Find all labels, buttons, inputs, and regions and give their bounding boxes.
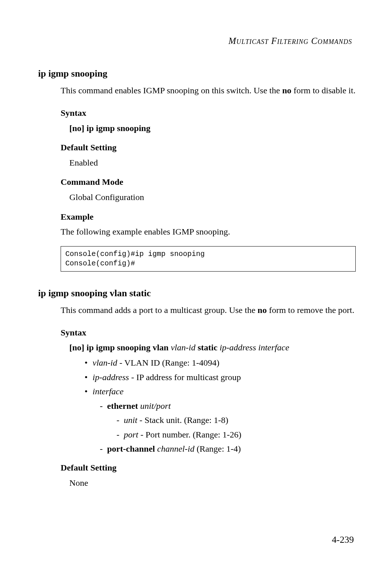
syntax-text: [no] ip igmp snooping [69, 122, 356, 135]
syntax-param: vlan-id [168, 343, 197, 352]
default-setting-label: Default Setting [61, 142, 356, 154]
page-number: 4-239 [332, 533, 354, 546]
param-name: interface [93, 387, 123, 396]
param-desc: - Stack unit. (Range: 1-8) [137, 415, 228, 425]
list-item: port - Port number. (Range: 1-26) [117, 429, 356, 441]
desc-text: This command adds a port to a multicast … [61, 305, 258, 315]
command-mode-label: Command Mode [61, 176, 356, 188]
sub-list: ethernet unit/port unit - Stack unit. (R… [100, 400, 356, 455]
param-name: unit/port [138, 401, 171, 411]
desc-text: form to disable it. [291, 86, 356, 95]
list-item: unit - Stack unit. (Range: 1-8) [117, 414, 356, 427]
example-code-block: Console(config)#ip igmp snooping Console… [61, 246, 356, 272]
syntax-label: Syntax [61, 107, 356, 119]
command-description: This command adds a port to a multicast … [61, 304, 356, 317]
syntax-label: Syntax [61, 327, 356, 339]
param-desc: (Range: 1-4) [195, 444, 241, 453]
document-page: Multicast Filtering Commands ip igmp sno… [0, 0, 392, 518]
param-name: unit [124, 415, 137, 425]
command-mode-value: Global Configuration [69, 191, 356, 204]
page-header: Multicast Filtering Commands [38, 34, 356, 47]
default-setting-value: Enabled [69, 157, 356, 169]
param-name: ip-address [93, 372, 129, 382]
command-title: ip igmp snooping vlan static [38, 287, 356, 300]
param-desc: - Port number. (Range: 1-26) [138, 430, 241, 439]
param-name: port [124, 430, 138, 439]
param-keyword: ethernet [107, 401, 138, 411]
default-setting-value: None [69, 477, 356, 489]
default-setting-label: Default Setting [61, 462, 356, 474]
param-desc: - VLAN ID (Range: 1-4094) [117, 358, 220, 367]
desc-keyword: no [258, 305, 267, 315]
sub-list: unit - Stack unit. (Range: 1-8) port - P… [117, 414, 356, 441]
syntax-param: ip-address interface [217, 343, 289, 352]
list-item: ethernet unit/port unit - Stack unit. (R… [100, 400, 356, 441]
command-description: This command enables IGMP snooping on th… [61, 85, 356, 97]
syntax-keyword: [no] ip igmp snooping vlan [69, 343, 168, 352]
list-item: port-channel channel-id (Range: 1-4) [100, 443, 356, 455]
desc-keyword: no [282, 86, 291, 95]
list-item: vlan-id - VLAN ID (Range: 1-4094) [85, 357, 356, 369]
syntax-line: [no] ip igmp snooping vlan vlan-id stati… [69, 342, 356, 354]
syntax-keyword: static [197, 343, 217, 352]
example-description: The following example enables IGMP snoop… [61, 226, 356, 238]
param-name: channel-id [155, 444, 195, 453]
desc-text: This command enables IGMP snooping on th… [61, 86, 282, 95]
example-label: Example [61, 211, 356, 223]
param-keyword: port-channel [107, 444, 155, 453]
list-item: ip-address - IP address for multicast gr… [85, 371, 356, 384]
parameter-list: vlan-id - VLAN ID (Range: 1-4094) ip-add… [85, 357, 356, 455]
list-item: interface ethernet unit/port unit - Stac… [85, 386, 356, 455]
command-title: ip igmp snooping [38, 67, 356, 80]
desc-text: form to remove the port. [267, 305, 354, 315]
param-name: vlan-id [93, 358, 117, 367]
param-desc: - IP address for multicast group [129, 372, 241, 382]
